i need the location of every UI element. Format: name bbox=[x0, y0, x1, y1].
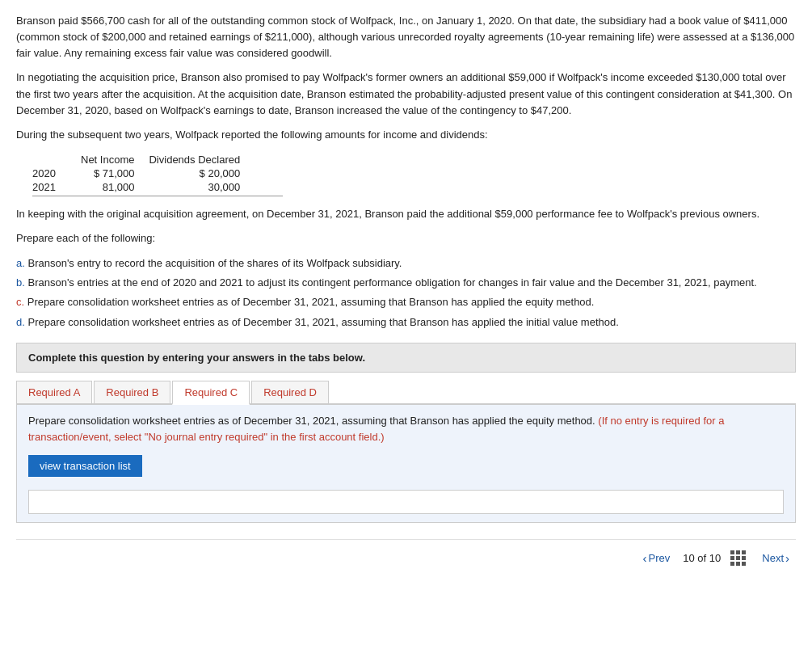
page-current: 10 bbox=[683, 552, 694, 564]
next-arrow-icon: › bbox=[785, 551, 789, 565]
instruction-a: a. Branson's entry to record the acquisi… bbox=[16, 255, 796, 272]
col-year-header bbox=[32, 153, 81, 166]
page-info: 10 of 10 bbox=[683, 552, 721, 564]
grid-view-icon[interactable] bbox=[730, 550, 746, 566]
instruction-c: c. Prepare consolidation worksheet entri… bbox=[16, 293, 796, 311]
complete-box: Complete this question by entering your … bbox=[16, 343, 796, 373]
instruction-b: b. Branson's entries at the end of 2020 … bbox=[16, 274, 796, 292]
table-row: 2020 $ 71,000 $ 20,000 bbox=[32, 166, 255, 180]
pagination-bar: ‹ Prev 10 of 10 Next › bbox=[16, 539, 796, 568]
row-dividends-2021: 30,000 bbox=[149, 180, 255, 194]
prev-arrow-icon: ‹ bbox=[643, 551, 647, 565]
instruction-d: d. Prepare consolidation worksheet entri… bbox=[16, 314, 796, 331]
tab-required-c[interactable]: Required C bbox=[172, 381, 250, 405]
col-dividends-header: Dividends Declared bbox=[149, 153, 255, 166]
tab-required-d[interactable]: Required D bbox=[251, 381, 329, 403]
paragraph-2-text: In negotiating the acquisition price, Br… bbox=[16, 71, 792, 116]
row-net-income-2020: $ 71,000 bbox=[81, 166, 149, 180]
instructions-list: a. Branson's entry to record the acquisi… bbox=[16, 255, 796, 331]
row-year-2021: 2021 bbox=[32, 180, 81, 194]
page-total: 10 bbox=[709, 552, 721, 564]
page-of: of bbox=[697, 552, 709, 564]
next-label[interactable]: Next bbox=[762, 552, 784, 564]
row-year-2020: 2020 bbox=[32, 166, 81, 180]
table-row: 2021 81,000 30,000 bbox=[32, 180, 255, 194]
income-dividends-table: Net Income Dividends Declared 2020 $ 71,… bbox=[32, 153, 796, 196]
answer-input-area[interactable] bbox=[28, 490, 784, 514]
tab-required-b[interactable]: Required B bbox=[94, 381, 170, 403]
view-transaction-list-button[interactable]: view transaction list bbox=[28, 455, 142, 477]
col-net-income-header: Net Income bbox=[81, 153, 149, 166]
tabs-container: Required A Required B Required C Require… bbox=[16, 381, 796, 405]
table-underline bbox=[32, 196, 283, 196]
tab-main-text: Prepare consolidation worksheet entries … bbox=[28, 415, 595, 427]
tab-content-required-c: Prepare consolidation worksheet entries … bbox=[16, 405, 796, 523]
row-dividends-2020: $ 20,000 bbox=[149, 166, 255, 180]
paragraph-5: Prepare each of the following: bbox=[16, 230, 796, 247]
prev-label[interactable]: Prev bbox=[649, 552, 671, 564]
prev-button[interactable]: ‹ Prev bbox=[637, 548, 677, 568]
paragraph-3: During the subsequent two years, Wolfpac… bbox=[16, 127, 796, 143]
paragraph-4: In keeping with the original acquisition… bbox=[16, 206, 796, 222]
next-button[interactable]: Next › bbox=[755, 548, 796, 568]
paragraph-1: Branson paid $566,700 cash for all of th… bbox=[16, 13, 796, 61]
row-net-income-2021: 81,000 bbox=[81, 180, 149, 194]
tab-required-a[interactable]: Required A bbox=[16, 381, 92, 403]
paragraph-2: In negotiating the acquisition price, Br… bbox=[16, 70, 796, 118]
